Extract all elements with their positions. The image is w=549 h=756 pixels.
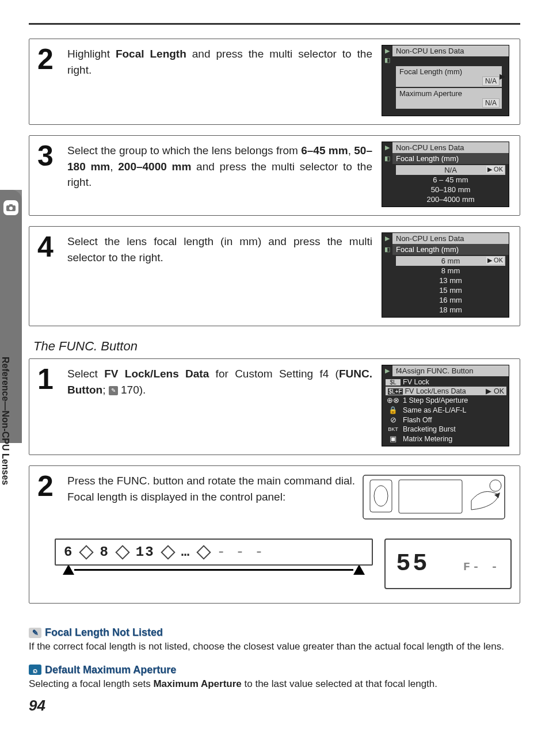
text-bold: FV Lock/Lens Data	[104, 368, 209, 380]
text: Select	[67, 368, 104, 380]
ok-indicator: ▶ OK	[486, 257, 504, 264]
lcd-option-label: Matrix Metering	[403, 435, 452, 443]
page-number: 94	[29, 697, 520, 715]
seg-big-val: 55	[396, 550, 429, 578]
text: Select the group to which the lens belon…	[67, 144, 301, 156]
svg-rect-6	[399, 480, 462, 513]
step-2: 2 Highlight Focal Length and press the m…	[29, 39, 520, 125]
lcd-title: Non-CPU Lens Data	[392, 142, 509, 153]
segment-strip: 6 8 13 … - - -	[55, 539, 373, 566]
diamond-icon	[196, 545, 211, 559]
lcd-title: Non-CPU Lens Data	[392, 45, 509, 56]
camera-icon: ◧	[382, 56, 392, 64]
func-step-2: 2 Press the FUNC. button and rotate the …	[29, 465, 520, 604]
lcd-option: 50–180 mm	[396, 185, 505, 194]
arrow-up-icon	[353, 564, 365, 575]
diamond-icon	[79, 545, 94, 559]
step-body: Press the FUNC. button and rotate the ma…	[67, 472, 355, 526]
lcd-option: ⊘Flash Off	[386, 415, 506, 425]
lcd-option-label: 1 Step Spd/Aperture	[403, 396, 468, 404]
lcd-option: 16 mm	[396, 295, 505, 305]
lcd-option-label: FV Lock/Lens Data	[405, 387, 466, 395]
lcd-option-selected: $L+F FV Lock/Lens Data▶ OK	[386, 387, 506, 395]
seg-val: 8	[100, 544, 109, 560]
lcd-field-focal: Focal Length (mm) ▶ N/A	[396, 66, 502, 87]
lcd-option-label: FV Lock	[403, 378, 429, 386]
text: for Custom Setting f4 (	[209, 368, 339, 380]
lcd-option: ▣Matrix Metering	[386, 434, 506, 444]
seg-val: 6	[64, 544, 73, 560]
note-default-aperture: ⌕ Default Maximum Aperture Selecting a f…	[29, 664, 520, 691]
lcd-option-label: 6 mm	[441, 257, 460, 265]
step-number: 4	[37, 232, 60, 318]
svg-point-7	[490, 480, 501, 491]
text: Selecting a focal length sets	[29, 678, 153, 689]
text-bold: Focal Length	[116, 48, 186, 60]
diamond-icon	[161, 545, 175, 559]
section-heading: The FUNC. Button	[33, 339, 520, 354]
lcd-option: 18 mm	[396, 305, 505, 315]
lcd-title: f4Assign FUNC. Button	[392, 365, 509, 376]
step-4: 4 Select the lens focal length (in mm) a…	[29, 226, 520, 326]
ok-indicator: ▶ OK	[486, 387, 504, 395]
lcd-screen-noncpu-main: ▶Non-CPU Lens Data ◧ Focal Length (mm) ▶…	[382, 45, 509, 116]
text: Highlight	[67, 48, 116, 60]
pencil-icon: ✎	[29, 628, 41, 638]
camera-top-illustration	[362, 472, 512, 526]
lcd-option: ⊕⊗1 Step Spd/Aperture	[386, 395, 506, 405]
lcd-field-label: Focal Length (mm)	[399, 67, 462, 76]
note-heading: Default Maximum Aperture	[45, 664, 176, 676]
lcd-option: 200–4000 mm	[396, 194, 505, 204]
seg-big-f: F- -	[463, 560, 500, 574]
arrow-up-icon	[63, 564, 74, 575]
lcd-screen-noncpu-focallist: ▶Non-CPU Lens Data ◧Focal Length (mm) 6 …	[382, 232, 509, 318]
step-number: 2	[37, 472, 60, 526]
note-body: Selecting a focal length sets Maximum Ap…	[29, 677, 520, 691]
control-panel-display: 55 F- -	[384, 539, 512, 589]
text-bold: 200–4000 mm	[118, 161, 191, 173]
text: to the last value selected at that focal…	[242, 678, 437, 689]
step-body: Select the lens focal length (in mm) and…	[67, 232, 372, 318]
lcd-option: 13 mm	[396, 276, 505, 285]
step-number: 2	[37, 45, 60, 116]
step-body: Select FV Lock/Lens Data for Custom Sett…	[67, 365, 372, 446]
seg-dash: - - -	[217, 544, 264, 560]
lcd-option-selected: 6 mm ▶ OK	[396, 256, 505, 266]
play-icon: ▶	[382, 142, 392, 153]
svg-rect-4	[370, 480, 392, 512]
page-ref-icon: ✎	[109, 386, 118, 395]
lcd-option: 8 mm	[396, 266, 505, 276]
lcd-option: BKTBracketing Burst	[386, 425, 506, 434]
step-body: Highlight Focal Length and press the mul…	[67, 45, 372, 116]
ok-indicator: ▶ OK	[486, 166, 504, 173]
camera-icon: ◧	[382, 244, 392, 255]
loop-arrow	[55, 564, 373, 575]
text-bold: Maximum Aperture	[153, 678, 241, 689]
svg-point-5	[374, 486, 388, 506]
lcd-field-aperture: Maximum Aperture N/A	[396, 88, 502, 109]
lcd-option: 🔒Same as AE-L/AF-L	[386, 405, 506, 415]
text: ).	[139, 384, 146, 396]
step-number: 3	[37, 142, 60, 207]
lcd-option-selected: N/A ▶ OK	[396, 165, 505, 175]
seg-dots: …	[181, 544, 190, 560]
step-body: Select the group to which the lens belon…	[67, 142, 372, 207]
text-bold: 6–45 mm	[301, 144, 348, 156]
lcd-subtitle: Focal Length (mm)	[392, 153, 509, 164]
lcd-screen-noncpu-groups: ▶Non-CPU Lens Data ◧Focal Length (mm) N/…	[382, 142, 509, 207]
lcd-option: 6 – 45 mm	[396, 175, 505, 185]
play-icon: ▶	[382, 365, 392, 376]
seg-val: 13	[136, 544, 155, 560]
text: ,	[110, 161, 118, 173]
step-number: 1	[37, 365, 60, 446]
lcd-option-label: Bracketing Burst	[403, 425, 456, 433]
svg-rect-3	[363, 475, 505, 519]
lcd-screen-func-menu: ▶f4Assign FUNC. Button $LFV Lock $L+F FV…	[382, 365, 509, 446]
text: ;	[102, 384, 109, 396]
diamond-icon	[115, 545, 129, 559]
top-rule	[29, 23, 520, 25]
step-3: 3 Select the group to which the lens bel…	[29, 135, 520, 216]
page-ref: 170	[121, 384, 139, 396]
lcd-field-label: Maximum Aperture	[399, 89, 462, 98]
lcd-title: Non-CPU Lens Data	[392, 233, 509, 244]
